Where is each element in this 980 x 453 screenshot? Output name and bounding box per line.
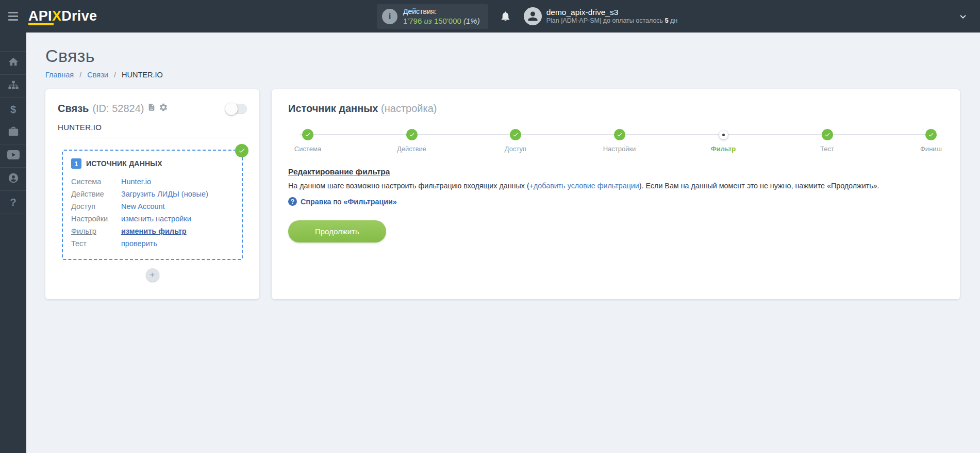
- youtube-icon: [7, 150, 20, 161]
- step-check-icon: [822, 129, 833, 140]
- step-check-icon: [302, 129, 313, 140]
- user-name: demo_apix-drive_s3: [546, 7, 678, 17]
- setup-card-title: Источник данных (настройка): [288, 103, 943, 115]
- add-step-button[interactable]: +: [146, 268, 159, 282]
- step-settings[interactable]: Настройки: [600, 129, 639, 153]
- step-action[interactable]: Действие: [392, 129, 431, 153]
- help-line: ? Справка по «Фильтрации»: [288, 197, 943, 206]
- logo-x: X: [52, 8, 61, 24]
- main-content: Связь Главная / Связи / HUNTER.IO Связь …: [26, 33, 980, 453]
- link-card-title: Связь (ID: 52824): [58, 103, 168, 115]
- question-icon: ?: [10, 197, 16, 208]
- app-logo[interactable]: APIXDrive: [28, 8, 97, 24]
- actions-of: из: [424, 17, 431, 25]
- logo-drive: Drive: [61, 8, 97, 24]
- link-name: HUNTER.IO: [58, 123, 247, 138]
- notifications-bell-icon[interactable]: [500, 10, 511, 22]
- source-row-access: Доступ New Account: [71, 200, 234, 213]
- sidebar-item-help[interactable]: ?: [0, 191, 26, 214]
- step-test[interactable]: Тест: [808, 129, 847, 153]
- actions-counter[interactable]: i Действия: 1'796 из 150'000 (1%): [377, 4, 488, 29]
- step-finish[interactable]: Финиш: [911, 129, 951, 153]
- user-avatar[interactable]: [524, 7, 542, 25]
- step-current-icon: [719, 131, 728, 139]
- actions-total: 150'000: [434, 17, 461, 25]
- filter-section-title: Редактирование фильтра: [288, 167, 943, 176]
- test-value-link[interactable]: проверить: [121, 237, 157, 250]
- sidebar-item-services[interactable]: [0, 121, 26, 144]
- add-filter-condition-link[interactable]: +добавить условие фильтрации: [529, 182, 639, 190]
- action-value-link[interactable]: Загрузить ЛИДЫ (новые): [121, 188, 208, 200]
- step-access[interactable]: Доступ: [496, 129, 535, 153]
- data-source-box[interactable]: 1 ИСТОЧНИК ДАННЫХ Система Hunter.io Дейс…: [62, 150, 243, 260]
- user-info[interactable]: demo_apix-drive_s3 Plan |ADM-AP-SM| до о…: [546, 7, 678, 25]
- filter-description: На данном шаге возможно настроить фильтр…: [288, 180, 927, 191]
- breadcrumb-current: HUNTER.IO: [122, 71, 163, 79]
- step-check-icon: [406, 129, 418, 140]
- step-filter-current[interactable]: Фильтр: [704, 129, 743, 153]
- person-icon: [8, 172, 19, 186]
- source-box-title: 1 ИСТОЧНИК ДАННЫХ: [71, 158, 234, 169]
- breadcrumb-home[interactable]: Главная: [45, 71, 74, 79]
- settings-value-link[interactable]: изменить настройки: [121, 213, 191, 225]
- help-link[interactable]: Справка: [301, 198, 331, 206]
- step-check-icon: [925, 129, 937, 140]
- toggle-knob: [225, 103, 238, 115]
- actions-percent: (1%): [463, 17, 480, 25]
- link-summary-card: Связь (ID: 52824) HUNTER.IO 1 ИСТОЧНИК Д…: [45, 89, 259, 299]
- info-icon: i: [382, 9, 397, 24]
- actions-label: Действия:: [403, 7, 480, 15]
- system-value-link[interactable]: Hunter.io: [121, 175, 151, 188]
- breadcrumb-links[interactable]: Связи: [87, 71, 108, 79]
- help-filter-link[interactable]: «Фильтрации»: [343, 198, 397, 206]
- step-check-icon: [510, 129, 521, 140]
- sidebar-item-account[interactable]: [0, 168, 26, 191]
- source-row-filter: Фильтр изменить фильтр: [71, 225, 234, 237]
- link-enable-toggle[interactable]: [226, 104, 247, 114]
- setup-progress-stepper: Система Действие Доступ Настройки Фильтр: [288, 129, 943, 153]
- source-row-system: Система Hunter.io: [71, 175, 234, 188]
- chevron-down-icon[interactable]: [957, 11, 969, 22]
- sitemap-icon: [8, 79, 19, 93]
- briefcase-icon: [8, 126, 19, 139]
- dollar-icon: $: [10, 104, 16, 116]
- sidebar: $ ?: [0, 33, 26, 453]
- help-question-icon: ?: [288, 197, 297, 206]
- user-plan: Plan |ADM-AP-SM| до оплаты осталось 5 дн: [546, 17, 678, 25]
- home-icon: [8, 56, 19, 70]
- log-document-icon[interactable]: [147, 103, 156, 115]
- step-check-icon: [614, 129, 625, 140]
- sidebar-spacer: [0, 33, 26, 52]
- page-title: Связь: [45, 46, 960, 66]
- menu-button[interactable]: [0, 0, 26, 33]
- sidebar-item-video[interactable]: [0, 144, 26, 168]
- filter-value-link[interactable]: изменить фильтр: [121, 225, 187, 237]
- logo-api: API: [28, 8, 52, 24]
- gear-icon[interactable]: [159, 103, 168, 115]
- step-number-badge: 1: [71, 158, 81, 169]
- source-row-test: Тест проверить: [71, 237, 234, 250]
- step-system[interactable]: Система: [288, 129, 327, 153]
- sidebar-item-connections[interactable]: [0, 75, 26, 98]
- sidebar-item-home[interactable]: [0, 52, 26, 75]
- sidebar-item-billing[interactable]: $: [0, 98, 26, 121]
- link-id: (ID: 52824): [92, 103, 144, 115]
- access-value-link[interactable]: New Account: [121, 200, 165, 213]
- actions-used: 1'796: [403, 17, 422, 25]
- breadcrumb: Главная / Связи / HUNTER.IO: [45, 71, 960, 79]
- days-left: 5: [665, 17, 669, 24]
- source-done-check-icon: [235, 144, 248, 157]
- source-row-action: Действие Загрузить ЛИДЫ (новые): [71, 188, 234, 200]
- source-setup-card: Источник данных (настройка) Система Дейс…: [272, 89, 960, 299]
- top-header: APIXDrive i Действия: 1'796 из 150'000 (…: [0, 0, 980, 33]
- actions-values: 1'796 из 150'000 (1%): [403, 17, 480, 25]
- source-row-settings: Настройки изменить настройки: [71, 213, 234, 225]
- continue-button[interactable]: Продолжить: [288, 220, 386, 242]
